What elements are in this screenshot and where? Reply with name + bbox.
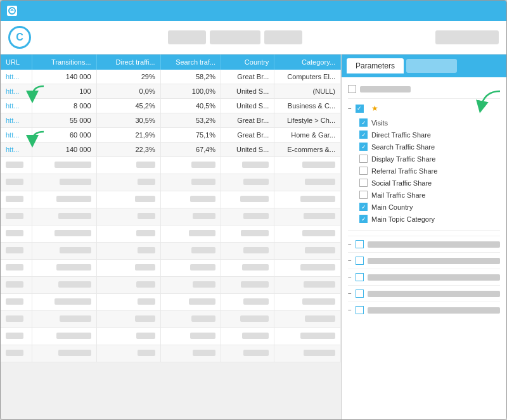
table-cell-ph	[32, 345, 96, 362]
cell-1-1: 100	[32, 84, 96, 99]
expand-minus-icon[interactable]: −	[348, 274, 352, 281]
table-row[interactable]: htt...8 00045,2%40,5%United S...Business…	[1, 99, 341, 113]
top-checkbox[interactable]	[348, 85, 356, 93]
col-transitions[interactable]: Transitions...	[32, 54, 96, 70]
param-item[interactable]: ✓Direct Traffic Share	[348, 129, 500, 141]
expandable-section-row[interactable]: −	[348, 269, 500, 285]
table-cell-ph	[32, 157, 96, 174]
table-row[interactable]: htt...60 00021,9%75,1%Great Br...Home & …	[1, 128, 341, 143]
param-item[interactable]: Mail Traffic Share	[348, 189, 500, 201]
expandable-checkbox[interactable]	[356, 257, 364, 265]
table-row[interactable]: htt...140 00022,3%67,4%United S...E-comm…	[1, 143, 341, 157]
expandable-checkbox[interactable]	[356, 306, 364, 314]
table-cell-ph	[32, 243, 96, 260]
section-separator	[348, 230, 500, 231]
param-item[interactable]: ✓Visits	[348, 117, 500, 129]
param-checkbox[interactable]: ✓	[359, 143, 368, 151]
param-item[interactable]: Social Traffic Share	[348, 177, 500, 189]
expandable-checkbox[interactable]	[356, 290, 364, 298]
table-row[interactable]: htt...140 00029%58,2%Great Br...Computer…	[1, 70, 341, 84]
cell-3-2: 30,5%	[96, 113, 160, 128]
expandable-ph-line	[368, 291, 500, 297]
expandable-checkbox[interactable]	[356, 273, 364, 281]
table-cell-ph	[274, 243, 341, 260]
cell-1-4: United S...	[221, 84, 274, 99]
tab-placeholder[interactable]	[406, 59, 457, 73]
param-label: Main Topic Category	[371, 215, 435, 223]
table-cell-ph	[221, 260, 274, 277]
table-cell-ph	[96, 328, 160, 345]
expandable-section-row[interactable]: −	[348, 236, 500, 252]
param-item[interactable]: ✓Main Country	[348, 201, 500, 213]
expandable-section-row[interactable]: −	[348, 285, 500, 302]
table-cell-ph	[160, 311, 221, 328]
table-cell-ph	[274, 157, 341, 174]
header-ph-2[interactable]	[210, 30, 260, 44]
table-row-placeholder	[1, 243, 341, 260]
website-traffic-checkbox[interactable]: ✓	[356, 105, 364, 113]
cell-0-0: htt...	[1, 70, 32, 84]
table-cell-ph	[1, 208, 32, 226]
table-row[interactable]: htt...55 00030,5%53,2%Great Br...Lifesty…	[1, 113, 341, 128]
col-direct[interactable]: Direct traffi...	[96, 54, 160, 70]
param-checkbox[interactable]: ✓	[359, 130, 368, 139]
expandable-checkbox[interactable]	[356, 240, 364, 248]
table-cell-ph	[32, 174, 96, 191]
table-cell-ph	[221, 191, 274, 208]
expandable-section-row[interactable]: −	[348, 302, 500, 318]
col-country[interactable]: Country	[221, 54, 274, 70]
param-checkbox[interactable]	[359, 179, 368, 187]
param-checkbox[interactable]: ✓	[359, 203, 368, 211]
table-cell-ph	[32, 277, 96, 294]
param-item[interactable]: Display Traffic Share	[348, 153, 500, 165]
param-checkbox[interactable]	[359, 167, 368, 175]
param-item[interactable]: ✓Search Traffic Share	[348, 141, 500, 153]
table-cell-ph	[32, 294, 96, 311]
header-ph-1[interactable]	[168, 30, 206, 44]
cell-2-5: Business & C...	[274, 99, 341, 113]
table-cell-ph	[274, 328, 341, 345]
table-cell-ph	[221, 345, 274, 362]
expandable-section-row[interactable]: −	[348, 252, 500, 269]
table-cell-ph	[1, 345, 32, 362]
expand-minus-icon[interactable]: −	[348, 307, 352, 314]
expandable-ph-line	[368, 307, 500, 314]
cell-2-0: htt...	[1, 99, 32, 113]
cell-5-5: E-commers &...	[274, 143, 341, 157]
param-item[interactable]: ✓Main Topic Category	[348, 213, 500, 225]
panel-content: − ✓ ★	[342, 77, 506, 323]
param-checkbox[interactable]	[359, 155, 368, 163]
table-cell-ph	[274, 294, 341, 311]
logo-area: C	[8, 26, 35, 49]
col-category[interactable]: Category...	[274, 54, 341, 70]
expand-minus-icon[interactable]: −	[348, 257, 352, 264]
table-row-placeholder	[1, 208, 341, 226]
table-area: URL Transitions... Direct traffi... Sear…	[1, 54, 342, 419]
header-ph-3[interactable]	[264, 30, 302, 44]
cell-4-5: Home & Gar...	[274, 128, 341, 143]
tab-parameters[interactable]: Parameters	[347, 58, 404, 73]
logo-icon: C	[8, 26, 31, 49]
table-cell-ph	[274, 191, 341, 208]
table-row[interactable]: htt...1000,0%100,0%United S...(NULL)	[1, 84, 341, 99]
expand-icon[interactable]: −	[348, 105, 352, 112]
param-item[interactable]: Referral Traffic Share	[348, 165, 500, 177]
table-cell-ph	[96, 345, 160, 362]
param-checkbox[interactable]: ✓	[359, 215, 368, 223]
cell-3-5: Lifestyle > Ch...	[274, 113, 341, 128]
param-checkbox[interactable]: ✓	[359, 118, 368, 127]
main-content: URL Transitions... Direct traffi... Sear…	[1, 54, 506, 419]
header-search[interactable]	[435, 30, 499, 44]
expand-minus-icon[interactable]: −	[348, 241, 352, 248]
col-url[interactable]: URL	[1, 54, 32, 70]
table-cell-ph	[274, 277, 341, 294]
expand-minus-icon[interactable]: −	[348, 290, 352, 297]
param-items-list: ✓Visits✓Direct Traffic Share✓Search Traf…	[348, 117, 500, 225]
table-cell-ph	[96, 191, 160, 208]
col-search[interactable]: Search traf...	[160, 54, 221, 70]
table-wrapper: URL Transitions... Direct traffi... Sear…	[1, 54, 341, 419]
cell-1-2: 0,0%	[96, 84, 160, 99]
table-cell-ph	[221, 243, 274, 260]
param-checkbox[interactable]	[359, 191, 368, 199]
table-cell-ph	[96, 208, 160, 226]
